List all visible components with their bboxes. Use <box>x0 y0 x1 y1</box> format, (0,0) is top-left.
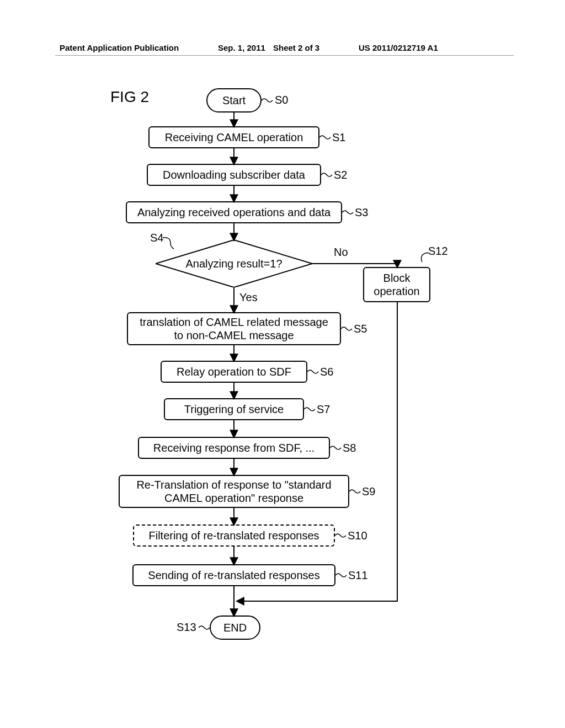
label-s8: S8 <box>343 442 356 454</box>
label-s11: S11 <box>348 569 368 582</box>
label-s0: S0 <box>275 94 288 106</box>
step-s2: Downloading subscriber data <box>147 164 321 186</box>
s3-text: Analyzing received operations and data <box>137 206 331 219</box>
header-date: Sep. 1, 2011 <box>218 43 265 52</box>
figure-label: FIG 2 <box>110 88 149 106</box>
label-s9: S9 <box>362 485 375 498</box>
label-s5: S5 <box>354 323 367 335</box>
s12-text: Block operation <box>374 271 419 298</box>
step-s6: Relay operation to SDF <box>161 361 307 383</box>
label-no: No <box>334 246 348 259</box>
page-header: Patent Application Publication Sep. 1, 2… <box>0 43 565 60</box>
step-s10: Filtering of re-translated responses <box>133 524 335 547</box>
page: Patent Application Publication Sep. 1, 2… <box>0 0 565 728</box>
label-s10: S10 <box>348 529 367 542</box>
label-s1: S1 <box>332 131 345 144</box>
s5-text: translation of CAMEL related message to … <box>140 315 328 342</box>
s8-text: Receiving response from SDF, ... <box>153 441 315 454</box>
s6-text: Relay operation to SDF <box>177 365 291 378</box>
s4-text: Analyzing result=1? <box>156 240 312 287</box>
end-terminator: END <box>210 615 260 640</box>
s9-text: Re-Translation of response to "standard … <box>136 478 331 505</box>
label-s6: S6 <box>320 366 333 378</box>
s7-text: Triggering of service <box>184 403 284 416</box>
header-pubno: US 2011/0212719 A1 <box>359 43 438 52</box>
step-s5: translation of CAMEL related message to … <box>127 312 341 345</box>
label-s7: S7 <box>317 403 330 416</box>
step-s12: Block operation <box>363 267 430 302</box>
step-s3: Analyzing received operations and data <box>126 201 342 223</box>
label-s4: S4 <box>150 232 163 244</box>
start-terminator: Start <box>206 88 262 113</box>
label-yes: Yes <box>239 291 258 304</box>
label-s3: S3 <box>355 206 368 219</box>
start-text: Start <box>222 94 246 107</box>
decision-s4: Analyzing result=1? <box>156 240 312 287</box>
s10-text: Filtering of re-translated responses <box>148 529 319 542</box>
step-s7: Triggering of service <box>164 398 304 420</box>
step-s8: Receiving response from SDF, ... <box>138 437 330 459</box>
step-s11: Sending of re-translated responses <box>132 564 335 586</box>
end-text: END <box>223 621 247 634</box>
label-s12: S12 <box>428 245 448 258</box>
step-s9: Re-Translation of response to "standard … <box>119 475 349 508</box>
s2-text: Downloading subscriber data <box>163 168 305 181</box>
flowchart: FIG 2 Start Receiving CAMEL operation Do… <box>55 72 497 689</box>
label-s2: S2 <box>334 169 347 181</box>
step-s1: Receiving CAMEL operation <box>148 126 319 148</box>
header-rule <box>55 55 514 56</box>
header-publication: Patent Application Publication <box>60 43 179 52</box>
s1-text: Receiving CAMEL operation <box>165 131 303 144</box>
s11-text: Sending of re-translated responses <box>148 569 319 582</box>
header-sheet: Sheet 2 of 3 <box>273 43 319 52</box>
label-s13: S13 <box>177 621 196 634</box>
